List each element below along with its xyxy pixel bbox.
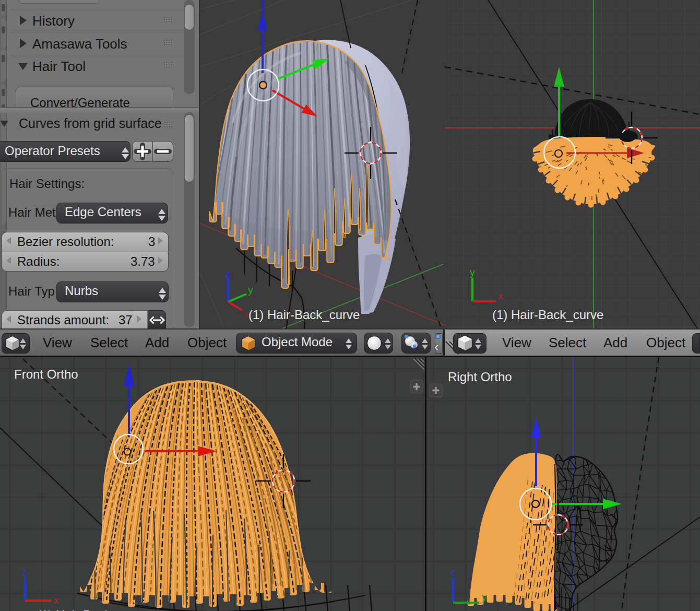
- svg-text:y: y: [470, 266, 475, 278]
- svg-text:z: z: [225, 268, 230, 279]
- svg-text:x: x: [498, 290, 503, 301]
- svg-text:z: z: [450, 566, 455, 578]
- svg-text:y: y: [248, 284, 253, 296]
- svg-text:Front Ortho: Front Ortho: [14, 367, 78, 381]
- svg-text:Right Ortho: Right Ortho: [448, 370, 512, 384]
- svg-text:y: y: [482, 591, 487, 603]
- svg-text:z: z: [22, 566, 27, 578]
- svg-text:(1) Hair-Back_curve: (1) Hair-Back_curve: [37, 608, 148, 611]
- svg-text:(1) Hair-Back_curve: (1) Hair-Back_curve: [248, 308, 360, 322]
- svg-text:(1) Hair-Back_curve: (1) Hair-Back_curve: [492, 308, 603, 322]
- svg-text:x: x: [243, 309, 248, 320]
- svg-text:x: x: [54, 595, 59, 606]
